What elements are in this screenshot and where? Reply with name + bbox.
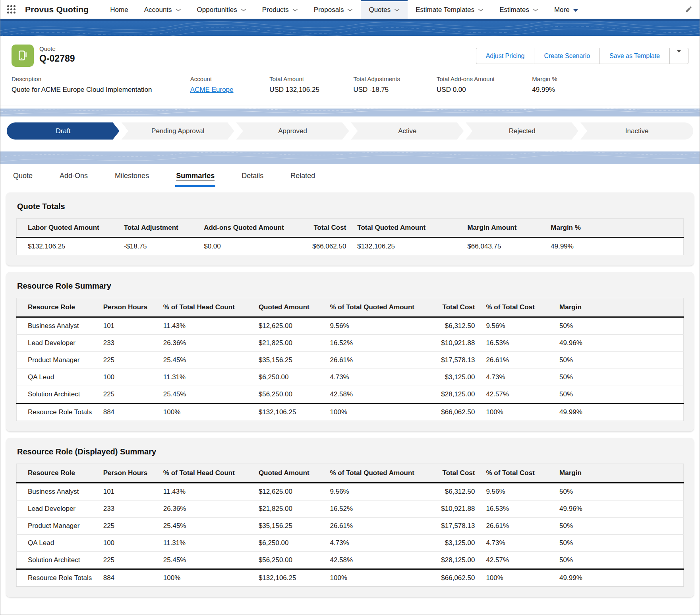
- tab-label: Milestones: [115, 172, 149, 180]
- table-cell: Business Analyst: [17, 317, 99, 335]
- nav-item-label: Estimate Templates: [416, 6, 474, 14]
- nav-item-more[interactable]: More: [546, 0, 586, 19]
- path-stage-pending-approval[interactable]: Pending Approval: [122, 122, 234, 140]
- table-header-row: Labor Quoted AmountTotal AdjustmentAdd-o…: [17, 219, 684, 238]
- nav-item-home[interactable]: Home: [102, 0, 136, 19]
- table-cell: 225: [99, 386, 159, 404]
- account-link[interactable]: ACME Europe: [190, 86, 234, 93]
- field-label: Account: [190, 76, 261, 82]
- table-cell: Solution Architect: [17, 386, 99, 404]
- field-label: Total Amount: [269, 76, 345, 82]
- table-cell: 100%: [326, 404, 437, 421]
- table-cell: $21,825.00: [255, 501, 326, 518]
- path-stage-active[interactable]: Active: [351, 122, 464, 140]
- tab-related[interactable]: Related: [290, 164, 316, 187]
- stage-label: Rejected: [509, 127, 536, 135]
- table-cell: 26.61%: [326, 518, 437, 535]
- field-total-addons-amount: Total Add-ons Amount USD 0.00: [437, 76, 532, 94]
- app-launcher-button[interactable]: [0, 0, 22, 19]
- table-cell: $12,625.00: [255, 317, 326, 335]
- table-cell: Resource Role Totals: [17, 404, 99, 421]
- nav-item-opportunities[interactable]: Opportunities: [189, 0, 254, 19]
- tab-add-ons[interactable]: Add-Ons: [59, 164, 89, 187]
- tab-quote[interactable]: Quote: [12, 164, 33, 187]
- nav-item-estimate-templates[interactable]: Estimate Templates: [408, 0, 491, 19]
- table-cell: 225: [99, 552, 159, 569]
- table-cell: 225: [99, 352, 159, 369]
- table-cell: 100%: [482, 569, 555, 587]
- field-value: Quote for ACME Europe Cloud Implementati…: [12, 86, 182, 94]
- tab-label: Details: [242, 172, 263, 180]
- nav-item-products[interactable]: Products: [254, 0, 306, 19]
- column-header: Resource Role: [17, 298, 99, 317]
- triangle-down-icon: [573, 9, 578, 12]
- column-header: Total Cost: [437, 298, 482, 317]
- table-row: Business Analyst10111.43%$12,625.009.56%…: [17, 483, 684, 501]
- table-row: QA Lead10011.31%$6,250.004.73%$3,125.004…: [17, 369, 684, 386]
- table-cell: 16.52%: [326, 501, 437, 518]
- table-cell: 42.57%: [482, 552, 555, 569]
- field-total-adjustments: Total Adjustments USD -18.75: [353, 76, 437, 94]
- resource-role-displayed-summary-table: Resource RolePerson Hours% of Total Head…: [16, 464, 684, 587]
- nav-item-estimates[interactable]: Estimates: [491, 0, 546, 19]
- table-cell: $6,250.00: [255, 535, 326, 552]
- table-cell: 4.73%: [326, 535, 437, 552]
- nav-item-label: Proposals: [314, 6, 344, 14]
- nav-item-accounts[interactable]: Accounts: [136, 0, 189, 19]
- table-cell: $132,106.25: [255, 404, 326, 421]
- nav-items: Home Accounts Opportunities Products Pro…: [102, 0, 586, 19]
- table-cell: $56,250.00: [255, 386, 326, 404]
- field-account: Account ACME Europe: [190, 76, 269, 94]
- edit-nav-button[interactable]: [678, 0, 700, 19]
- table-cell: 11.43%: [159, 483, 255, 501]
- field-value: USD 0.00: [437, 86, 524, 94]
- field-label: Total Adjustments: [353, 76, 429, 82]
- waffle-icon: [7, 5, 15, 14]
- topo-pattern: [0, 21, 700, 36]
- tab-details[interactable]: Details: [241, 164, 264, 187]
- table-cell: $35,156.25: [255, 518, 326, 535]
- quote-glyph-icon: [16, 49, 29, 62]
- table-cell: 25.45%: [159, 352, 255, 369]
- column-header: Total Quoted Amount: [353, 219, 463, 238]
- path-stage-inactive[interactable]: Inactive: [580, 122, 693, 140]
- table-cell: Lead Developer: [17, 335, 99, 352]
- table-row: $132,106.25-$18.75$0.00$66,062.50$132,10…: [17, 238, 684, 255]
- nav-item-quotes[interactable]: Quotes: [361, 0, 408, 19]
- adjust-pricing-button[interactable]: Adjust Pricing: [476, 48, 535, 64]
- table-cell: 25.45%: [159, 386, 255, 404]
- more-actions-button[interactable]: [670, 48, 688, 64]
- chevron-down-icon: [347, 8, 353, 12]
- entity-label: Quote: [39, 45, 75, 52]
- table-cell: 884: [99, 569, 159, 587]
- chevron-down-icon: [533, 8, 538, 12]
- table-cell: $6,250.00: [255, 369, 326, 386]
- table-cell: 4.73%: [482, 369, 555, 386]
- column-header: Margin: [555, 464, 683, 483]
- path-stage-approved[interactable]: Approved: [236, 122, 349, 140]
- column-header: Quoted Amount: [255, 298, 326, 317]
- table-cell: $12,625.00: [255, 483, 326, 501]
- table-cell: 49.99%: [555, 404, 683, 421]
- record-tabs: Quote Add-Ons Milestones Summaries Detai…: [0, 164, 700, 187]
- table-cell: -$18.75: [120, 238, 200, 255]
- table-cell: 25.45%: [159, 518, 255, 535]
- nav-item-proposals[interactable]: Proposals: [306, 0, 361, 19]
- nav-item-label: More: [554, 6, 570, 14]
- tab-label: Quote: [13, 172, 33, 180]
- spacer: [0, 105, 700, 109]
- tab-milestones[interactable]: Milestones: [114, 164, 150, 187]
- column-header: Margin: [555, 298, 683, 317]
- tab-summaries[interactable]: Summaries: [175, 164, 215, 187]
- table-cell: 4.73%: [326, 369, 437, 386]
- path-stage-rejected[interactable]: Rejected: [466, 122, 578, 140]
- table-cell: $66,062.50: [437, 404, 482, 421]
- create-scenario-button[interactable]: Create Scenario: [534, 48, 600, 64]
- resource-role-summary-card: Resource Role Summary Resource RolePerso…: [6, 272, 694, 431]
- column-header: % of Total Cost: [482, 298, 555, 317]
- save-as-template-button[interactable]: Save as Template: [600, 48, 670, 64]
- table-cell: 233: [99, 335, 159, 352]
- table-totals-row: Resource Role Totals884100%$132,106.2510…: [17, 569, 684, 587]
- path-stage-draft[interactable]: Draft: [7, 122, 120, 140]
- field-value: 49.99%: [532, 86, 592, 94]
